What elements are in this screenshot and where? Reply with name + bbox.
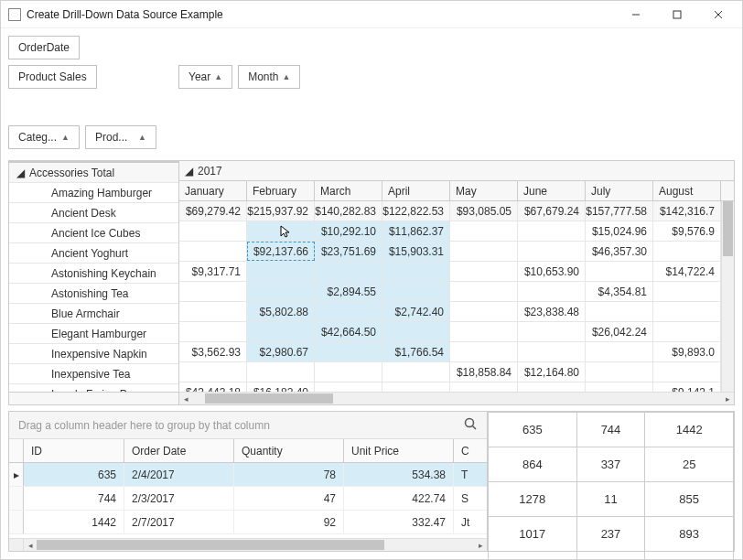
- scroll-left-icon[interactable]: ◂: [24, 538, 37, 551]
- column-field-year[interactable]: Year ▲: [178, 65, 232, 89]
- month-header[interactable]: May: [450, 181, 518, 200]
- data-cell[interactable]: $2,894.55: [315, 282, 382, 301]
- summary-cell[interactable]: 744: [576, 413, 645, 447]
- pivot-vertical-scrollbar[interactable]: [721, 201, 734, 392]
- summary-cell[interactable]: 893: [645, 517, 734, 552]
- col-header-quantity[interactable]: Quantity: [234, 439, 344, 462]
- data-cell[interactable]: $9,893.0: [653, 342, 721, 361]
- cell-quantity[interactable]: 78: [234, 463, 344, 486]
- data-cell[interactable]: [247, 322, 315, 341]
- data-cell[interactable]: [653, 302, 721, 321]
- data-cell[interactable]: [247, 262, 315, 281]
- summary-cell[interactable]: 11: [576, 482, 645, 517]
- cell-extra[interactable]: S: [454, 487, 474, 510]
- detail-row[interactable]: 14422/7/201792332.47Jt: [9, 511, 487, 534]
- detail-row[interactable]: ▸6352/4/201778534.38T: [9, 463, 487, 487]
- cell-orderdate[interactable]: 2/3/2017: [124, 487, 234, 510]
- summary-cell[interactable]: 864: [489, 447, 577, 482]
- data-cell[interactable]: [450, 282, 518, 301]
- scroll-right-icon[interactable]: ▸: [474, 538, 487, 551]
- filter-field-orderdate[interactable]: OrderDate: [8, 36, 80, 59]
- data-cell[interactable]: $67,679.24: [518, 201, 586, 221]
- month-header[interactable]: April: [382, 181, 450, 200]
- data-cell[interactable]: [382, 322, 450, 341]
- scroll-right-icon[interactable]: ▸: [721, 392, 734, 404]
- row-field-categ[interactable]: Categ...▲: [8, 125, 80, 149]
- data-cell[interactable]: [518, 282, 586, 301]
- month-header[interactable]: February: [247, 181, 315, 200]
- summary-cell[interactable]: 1017: [489, 517, 577, 552]
- data-cell[interactable]: [450, 302, 518, 321]
- data-cell[interactable]: [315, 342, 382, 361]
- data-cell[interactable]: [518, 242, 586, 261]
- row-header[interactable]: Ancient Ice Cubes: [9, 223, 178, 243]
- data-cell[interactable]: $10,653.90: [518, 262, 586, 281]
- data-cell[interactable]: [382, 362, 450, 382]
- data-cell[interactable]: $142,316.7: [653, 201, 721, 221]
- data-cell[interactable]: [653, 282, 721, 301]
- summary-cell[interactable]: 337: [576, 447, 645, 482]
- data-cell[interactable]: [450, 322, 518, 341]
- row-header[interactable]: Elegant Hamburger: [9, 324, 178, 344]
- cell-unitprice[interactable]: 332.47: [344, 511, 454, 533]
- summary-cell[interactable]: 855: [645, 482, 734, 517]
- data-cell[interactable]: [653, 362, 721, 382]
- data-cell[interactable]: $42,664.50: [315, 322, 382, 341]
- summary-cell[interactable]: 1442: [645, 413, 734, 447]
- data-cell[interactable]: [518, 322, 586, 341]
- row-header[interactable]: Inexpensive Napkin: [9, 344, 178, 364]
- data-cell[interactable]: $215,937.92: [247, 201, 315, 221]
- data-cell[interactable]: $92,137.66: [247, 242, 315, 261]
- data-cell[interactable]: $18,858.84: [450, 362, 518, 382]
- minimize-button[interactable]: [615, 2, 656, 27]
- data-cell[interactable]: [315, 262, 382, 281]
- data-cell[interactable]: $9,576.9: [653, 221, 721, 241]
- year-header[interactable]: 2017: [198, 165, 222, 178]
- data-cell[interactable]: [247, 282, 315, 301]
- row-header[interactable]: Astonishing Tea: [9, 284, 178, 304]
- row-header[interactable]: Blue Armchair: [9, 304, 178, 324]
- data-cell[interactable]: [586, 262, 653, 281]
- data-cell[interactable]: $93,085.05: [450, 201, 518, 221]
- pivot-horizontal-scrollbar[interactable]: ◂ ▸: [9, 392, 734, 404]
- cell-extra[interactable]: Jt: [454, 511, 474, 533]
- data-cell[interactable]: [179, 362, 247, 382]
- collapse-year-icon[interactable]: ◢: [185, 165, 194, 178]
- data-cell[interactable]: [179, 221, 247, 241]
- group-panel[interactable]: Drag a column header here to group by th…: [9, 412, 487, 439]
- summary-cell[interactable]: 25: [645, 447, 734, 482]
- detail-horizontal-scrollbar[interactable]: ◂ ▸: [9, 538, 487, 551]
- data-cell[interactable]: [450, 342, 518, 361]
- maximize-button[interactable]: [656, 2, 697, 27]
- data-cell[interactable]: [653, 322, 721, 341]
- data-cell[interactable]: $5,802.88: [247, 302, 315, 321]
- data-cell[interactable]: [179, 322, 247, 341]
- data-cell[interactable]: $23,838.48: [518, 302, 586, 321]
- data-cell[interactable]: $122,822.53: [382, 201, 450, 221]
- data-cell[interactable]: $15,024.96: [586, 221, 653, 241]
- cell-quantity[interactable]: 47: [234, 487, 344, 510]
- data-cell[interactable]: [382, 262, 450, 281]
- month-header[interactable]: June: [518, 181, 586, 200]
- data-cell[interactable]: [586, 362, 653, 382]
- row-header[interactable]: Amazing Hamburger: [9, 183, 178, 203]
- data-cell[interactable]: $4,354.81: [586, 282, 653, 301]
- data-cell[interactable]: [450, 242, 518, 261]
- row-header[interactable]: Ancient Yoghurt: [9, 243, 178, 264]
- data-field-productsales[interactable]: Product Sales: [8, 65, 97, 89]
- col-header-id[interactable]: ID: [24, 439, 124, 462]
- data-cell[interactable]: $2,742.40: [382, 302, 450, 321]
- data-cell[interactable]: [315, 302, 382, 321]
- col-header-unitprice[interactable]: Unit Price: [344, 439, 454, 462]
- cell-unitprice[interactable]: 422.74: [344, 487, 454, 510]
- data-cell[interactable]: [315, 362, 382, 382]
- col-header-orderdate[interactable]: Order Date: [124, 439, 234, 462]
- row-header[interactable]: Inexpensive Tea: [9, 364, 178, 384]
- data-cell[interactable]: [179, 282, 247, 301]
- data-cell[interactable]: $3,562.93: [179, 342, 247, 361]
- column-field-month[interactable]: Month ▲: [238, 65, 300, 89]
- data-cell[interactable]: $2,980.67: [247, 342, 315, 361]
- data-cell[interactable]: $157,777.58: [586, 201, 653, 221]
- cell-orderdate[interactable]: 2/7/2017: [124, 511, 234, 533]
- data-cell[interactable]: [179, 242, 247, 261]
